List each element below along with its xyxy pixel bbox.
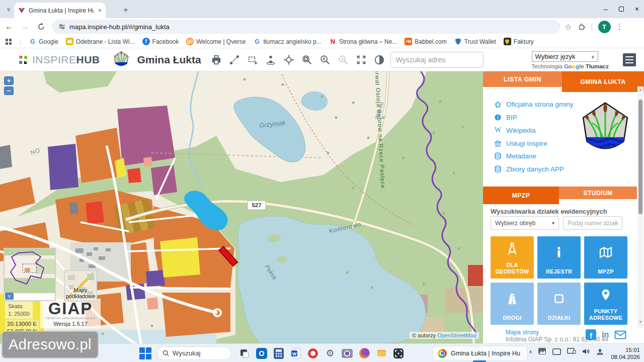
obreb-select[interactable]: Wybierz obręb ▾	[491, 216, 559, 230]
tile-dzialki[interactable]: DZIAŁKI	[537, 283, 581, 325]
bookmark-facebook[interactable]: fFacebook	[142, 38, 179, 45]
tab-lista-gmin[interactable]: LISTA GMIN	[483, 71, 562, 87]
volume-icon[interactable]	[582, 348, 590, 355]
taskbar-clock[interactable]: 15:01 08.04.2026	[611, 346, 640, 361]
bookmark-netflix[interactable]: NStrona główna – Ne...	[329, 38, 397, 45]
language-select[interactable]: Wybierz język ∨	[532, 51, 598, 62]
site-settings-icon[interactable]	[58, 23, 65, 30]
zoom-out-button[interactable]: −	[4, 86, 14, 95]
contrast-button[interactable]	[373, 54, 385, 66]
tray-photos-icon[interactable]	[538, 348, 546, 355]
bookmark-babbel[interactable]: +BBabbel.com	[405, 38, 446, 45]
email-icon[interactable]	[614, 330, 626, 339]
tab-studium[interactable]: STUDIUM	[559, 187, 637, 199]
giap-logo: GIAP TWORZYMY OPROGRAMOWANIE GIS Wersja …	[40, 299, 101, 328]
tab-close-icon[interactable]: ×	[98, 7, 102, 14]
gmina-crest-small	[113, 51, 129, 69]
file-explorer-icon[interactable]	[374, 346, 388, 360]
tab-search-icon[interactable]: ∨	[4, 5, 13, 14]
overview-minimap[interactable]: ∨	[4, 248, 56, 301]
window-minimize-button[interactable]: –	[604, 5, 608, 13]
window-close-button[interactable]: ×	[635, 5, 639, 13]
tile-mpzp[interactable]: MPZP	[584, 236, 627, 279]
taskbar-chrome-window[interactable]: Gmina Łukta | Inspire Hu	[433, 346, 527, 360]
snipping-tool-icon[interactable]	[391, 346, 406, 360]
scroll-thumb[interactable]	[638, 100, 642, 214]
tile-rejestr[interactable]: REJESTR	[537, 236, 581, 279]
compass-icon	[505, 236, 520, 262]
street-view-button[interactable]	[265, 54, 277, 66]
tab-mpzp[interactable]: MPZP	[483, 187, 559, 204]
start-button[interactable]	[139, 347, 152, 360]
bookmark-star-icon[interactable]: ☆	[565, 22, 572, 32]
word-icon[interactable]: W	[289, 346, 303, 360]
bookmark-google[interactable]: GGoogle	[29, 38, 58, 45]
safely-remove-icon[interactable]	[596, 348, 604, 355]
browser-menu-icon[interactable]: ⋮	[616, 22, 623, 31]
firefox-icon[interactable]	[357, 346, 371, 360]
layers-menu-button[interactable]	[622, 53, 637, 67]
mail-icon	[66, 38, 73, 45]
tray-expand-icon[interactable]: ∧	[529, 349, 532, 354]
link-zbiory-danych[interactable]: Zbiory danych APP	[494, 165, 574, 173]
link-metadane[interactable]: Metadane	[494, 152, 574, 160]
tray-display-icon[interactable]	[567, 348, 576, 355]
taskbar-search[interactable]: Wyszukaj	[157, 346, 231, 360]
address-bar[interactable]: mapa.inspire-hub.pl/#/gmina_lukta	[52, 20, 560, 34]
osm-link[interactable]: OpenStreetMap	[437, 332, 476, 338]
bookmark-faktury[interactable]: Faktury	[504, 38, 534, 45]
minimap-collapse-button[interactable]: ∨	[5, 293, 14, 300]
photos-app-icon[interactable]	[237, 346, 252, 360]
link-uslugi-inspire[interactable]: Usługi Inspire	[494, 140, 574, 147]
bookmark-qverse[interactable]: QWelcome | Qverse	[186, 38, 246, 45]
inspirehub-logo[interactable]: INSPIREHUB	[17, 54, 100, 66]
parcel-number-input[interactable]	[563, 216, 622, 230]
zoom-in-button[interactable]: +	[4, 76, 14, 85]
window-restore-button[interactable]	[619, 7, 624, 12]
browser-tab[interactable]: Gmina Łukta | Inspire Hub – Pla ×	[14, 3, 106, 18]
apps-grid-icon[interactable]	[5, 38, 12, 45]
bookmark-tlumacz[interactable]: Gtłumacz angielsko p...	[254, 38, 321, 45]
reload-button[interactable]	[34, 20, 48, 34]
outlook-icon[interactable]: O	[255, 346, 269, 360]
tile-drogi[interactable]: DROGI	[491, 283, 534, 325]
tab-gmina-lukta[interactable]: GMINA ŁUKTA	[562, 71, 644, 92]
measure-line-button[interactable]	[228, 54, 240, 66]
print-button[interactable]	[210, 54, 222, 66]
link-bip[interactable]: BIP	[494, 114, 574, 121]
linkedin-icon[interactable]: in	[602, 330, 609, 339]
measure-area-button[interactable]	[247, 54, 259, 66]
basemap-switcher[interactable]: Mapypodkładowe	[64, 270, 97, 302]
camera-icon[interactable]	[340, 346, 354, 360]
tile-punkty-adresowe[interactable]: PUNKTY ADRESOWE	[584, 283, 627, 325]
link-official-site[interactable]: Oficjalna strona gminy	[494, 101, 574, 108]
opera-icon[interactable]	[306, 346, 320, 360]
previous-view-button[interactable]	[319, 54, 331, 66]
basemap-label: Mapypodkładowe	[62, 287, 99, 300]
back-button[interactable]: ←	[2, 20, 16, 34]
link-wikipedia[interactable]: W Wikipedia	[494, 126, 574, 134]
calculator-icon[interactable]	[272, 346, 286, 360]
map-toolbar	[210, 54, 385, 66]
zoom-box-button[interactable]	[301, 54, 313, 66]
tray-touchpad-icon[interactable]	[552, 348, 561, 355]
scroll-down-arrow[interactable]: ▼	[637, 319, 643, 325]
scroll-up-arrow[interactable]: ▲	[637, 86, 643, 93]
bookmark-odebrane[interactable]: Odebrane - Lista Wi...	[66, 38, 135, 45]
settings-gear-icon[interactable]: ⚙	[323, 346, 337, 360]
sidebar-scrollbar[interactable]: ▲ ▼	[637, 86, 643, 328]
profile-avatar[interactable]: T	[598, 21, 611, 33]
fullscreen-button[interactable]	[355, 54, 367, 66]
url-text[interactable]: mapa.inspire-hub.pl/#/gmina_lukta	[69, 23, 170, 31]
tile-dla-geodetow[interactable]: DLA GEODETÓW	[491, 236, 534, 279]
address-search-input[interactable]	[390, 52, 484, 68]
extensions-icon[interactable]	[577, 22, 586, 31]
forward-button[interactable]: →	[18, 20, 32, 34]
next-view-button[interactable]	[337, 54, 349, 66]
bookmark-trustwallet[interactable]: Trust Wallet	[454, 38, 496, 45]
facebook-icon[interactable]: f	[586, 329, 596, 340]
new-tab-button[interactable]: +	[120, 4, 132, 16]
faktury-icon	[504, 38, 511, 45]
locate-button[interactable]	[283, 54, 295, 66]
map-canvas[interactable]: Grzymak Komorowo Pełnik Rezerwat Ostoja …	[0, 71, 483, 343]
